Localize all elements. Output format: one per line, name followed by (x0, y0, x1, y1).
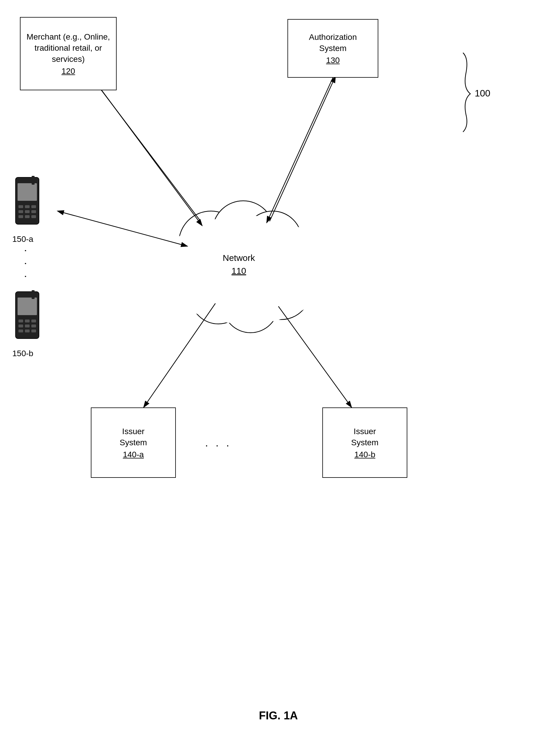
svg-rect-32 (18, 330, 23, 332)
phone-a-network-arrow (63, 213, 187, 246)
svg-point-6 (262, 236, 318, 292)
system-100-label: 100 (475, 88, 490, 99)
network-to-merchant-arrow (95, 82, 201, 221)
svg-rect-23 (32, 176, 35, 185)
svg-rect-35 (32, 290, 35, 299)
system-bracket (463, 53, 470, 132)
network-to-issuer-a-arrow (143, 303, 215, 408)
svg-rect-19 (31, 210, 36, 213)
network-to-issuer-b-arrow (279, 306, 352, 408)
phone-a-icon (11, 176, 43, 231)
auth-number: 130 (326, 56, 340, 65)
phone-b-icon (11, 290, 43, 346)
phone-b-label: 150-b (12, 349, 33, 358)
issuer-a-number: 140-a (123, 450, 144, 459)
horizontal-dots-issuers: . . . (205, 437, 231, 449)
diagram-container: Merchant (e.g., Online, traditional reta… (0, 0, 555, 756)
svg-rect-30 (25, 325, 30, 328)
svg-point-7 (252, 261, 311, 320)
vertical-dots-phones: · · · (20, 249, 32, 282)
svg-rect-28 (31, 320, 36, 323)
issuer-b-box: IssuerSystem 140-b (322, 408, 407, 478)
phone-a-label: 150-a (12, 235, 33, 244)
merchant-to-network-arrow (97, 84, 202, 226)
issuer-a-label: IssuerSystem (120, 426, 147, 448)
svg-rect-26 (18, 320, 23, 323)
auth-system-box: AuthorizationSystem 130 (288, 19, 378, 78)
network-to-auth-arrow (269, 76, 336, 221)
merchant-box: Merchant (e.g., Online, traditional reta… (20, 17, 117, 90)
svg-point-10 (171, 245, 227, 300)
svg-rect-34 (31, 330, 36, 332)
svg-rect-14 (18, 205, 23, 208)
network-label-container: Network 110 (223, 252, 255, 276)
merchant-label: Merchant (e.g., Online, traditional reta… (20, 31, 116, 65)
issuer-b-label: IssuerSystem (351, 426, 378, 448)
svg-rect-33 (25, 330, 30, 332)
svg-rect-27 (25, 320, 30, 323)
svg-rect-18 (25, 210, 30, 213)
issuer-b-number: 140-b (354, 450, 375, 459)
svg-point-9 (190, 268, 246, 324)
fig-caption: FIG. 1A (220, 709, 337, 722)
svg-rect-29 (18, 325, 23, 328)
auth-label: AuthorizationSystem (309, 32, 357, 54)
svg-rect-16 (31, 205, 36, 208)
network-number: 110 (223, 266, 255, 276)
svg-rect-25 (17, 298, 37, 315)
svg-rect-20 (18, 215, 23, 218)
diagram-svg (0, 0, 555, 756)
svg-rect-13 (17, 183, 37, 201)
svg-rect-31 (31, 325, 36, 328)
auth-to-network-arrow (267, 78, 333, 223)
network-label: Network (223, 252, 255, 264)
svg-rect-21 (25, 215, 30, 218)
svg-rect-17 (18, 210, 23, 213)
svg-point-8 (223, 277, 279, 333)
svg-rect-15 (25, 205, 30, 208)
svg-rect-22 (31, 215, 36, 218)
issuer-a-box: IssuerSystem 140-a (91, 408, 176, 478)
merchant-number: 120 (61, 67, 75, 76)
